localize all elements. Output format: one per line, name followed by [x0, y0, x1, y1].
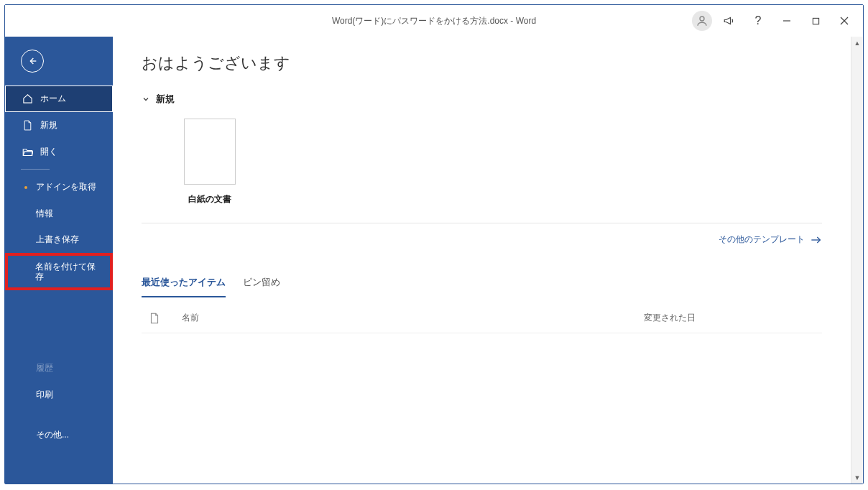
- divider: [142, 223, 822, 223]
- sidebar-item-label: 新規: [40, 120, 57, 130]
- chevron-up-icon: ▲: [854, 40, 861, 47]
- more-templates-link[interactable]: その他のテンプレート: [142, 234, 822, 246]
- file-icon: [147, 313, 162, 324]
- sidebar-item-label: 開く: [40, 147, 57, 157]
- page-title: おはようございます: [142, 52, 822, 74]
- column-name[interactable]: 名前: [173, 312, 632, 324]
- sidebar-item-open[interactable]: 開く: [5, 139, 113, 165]
- back-button[interactable]: [21, 50, 44, 73]
- new-section-header[interactable]: 新規: [142, 93, 822, 106]
- sidebar-item-label: 印刷: [36, 389, 53, 399]
- minimize-button[interactable]: [772, 9, 801, 32]
- section-title: 新規: [156, 93, 175, 106]
- titlebar: Word(ワード)にパスワードをかける方法.docx - Word ?: [5, 5, 863, 37]
- window-title: Word(ワード)にパスワードをかける方法.docx - Word: [332, 15, 536, 27]
- chevron-down-icon: [142, 95, 150, 103]
- sidebar-item-history[interactable]: 履歴: [5, 355, 113, 381]
- recent-list-header: 名前 変更された日: [142, 303, 822, 333]
- recent-tabs: 最近使ったアイテム ピン留め: [142, 270, 822, 297]
- vertical-scrollbar[interactable]: ▲ ▼: [851, 37, 863, 484]
- sidebar-item-label: 情報: [36, 208, 53, 218]
- sidebar-item-save[interactable]: 上書き保存: [5, 226, 113, 252]
- file-icon: [22, 120, 33, 131]
- main-body: おはようございます 新規 白紙の文書 その他のテンプレート: [113, 37, 851, 484]
- home-icon: [22, 93, 33, 104]
- minimize-icon: [782, 17, 791, 25]
- close-icon: [840, 17, 849, 25]
- template-row: 白紙の文書: [142, 119, 822, 205]
- sidebar-item-label: 名前を付けて保存: [35, 262, 103, 282]
- template-blank-document[interactable]: 白紙の文書: [177, 119, 242, 205]
- sidebar-item-label: 上書き保存: [36, 234, 79, 244]
- tab-label: ピン留め: [243, 277, 280, 287]
- folder-open-icon: [22, 147, 33, 157]
- tab-label: 最近使ったアイテム: [142, 277, 226, 287]
- sidebar-item-label: ホーム: [40, 93, 66, 103]
- sidebar-item-more[interactable]: その他...: [5, 422, 113, 448]
- tab-pinned[interactable]: ピン留め: [243, 270, 280, 297]
- sidebar-gap: [5, 407, 113, 422]
- sidebar-item-new[interactable]: 新規: [5, 112, 113, 139]
- maximize-button[interactable]: [801, 9, 830, 32]
- sidebar-item-label: 履歴: [36, 363, 53, 373]
- megaphone-icon: [723, 14, 736, 27]
- question-icon: ?: [755, 14, 762, 27]
- account-button[interactable]: [692, 11, 712, 31]
- column-date[interactable]: 変更された日: [644, 312, 816, 324]
- chevron-down-icon: ▼: [854, 474, 861, 481]
- coming-soon-button[interactable]: [715, 9, 744, 32]
- sidebar-item-label: その他...: [36, 430, 69, 440]
- sidebar-item-home[interactable]: ホーム: [5, 85, 113, 112]
- backstage-sidebar: ホーム 新規 開く アドインを取得 情報: [5, 37, 113, 484]
- scroll-up-button[interactable]: ▲: [851, 37, 864, 49]
- help-button[interactable]: ?: [744, 9, 772, 32]
- template-label: 白紙の文書: [177, 193, 242, 205]
- arrow-right-icon: [811, 236, 822, 244]
- sidebar-item-get-addins[interactable]: アドインを取得: [5, 174, 113, 200]
- sidebar-item-save-as[interactable]: 名前を付けて保存: [5, 253, 113, 291]
- main-area: おはようございます 新規 白紙の文書 その他のテンプレート: [113, 37, 863, 484]
- scroll-down-button[interactable]: ▼: [851, 471, 864, 484]
- back-row: [5, 50, 113, 85]
- template-thumbnail: [184, 119, 236, 185]
- tab-recent[interactable]: 最近使ったアイテム: [142, 270, 226, 297]
- body-area: ホーム 新規 開く アドインを取得 情報: [5, 37, 863, 484]
- arrow-left-icon: [27, 55, 38, 67]
- app-window: Word(ワード)にパスワードをかける方法.docx - Word ?: [4, 4, 864, 484]
- user-icon: [696, 14, 708, 27]
- more-templates-label: その他のテンプレート: [719, 234, 805, 246]
- svg-point-0: [700, 17, 704, 21]
- sidebar-separator: [21, 169, 50, 170]
- maximize-icon: [812, 17, 820, 25]
- sidebar-item-print[interactable]: 印刷: [5, 382, 113, 407]
- sidebar-item-info[interactable]: 情報: [5, 200, 113, 226]
- sidebar-gap: [5, 290, 113, 355]
- titlebar-controls: ?: [692, 5, 859, 37]
- sidebar-item-label: アドインを取得: [36, 182, 96, 192]
- close-button[interactable]: [830, 9, 859, 32]
- svg-rect-2: [813, 18, 818, 24]
